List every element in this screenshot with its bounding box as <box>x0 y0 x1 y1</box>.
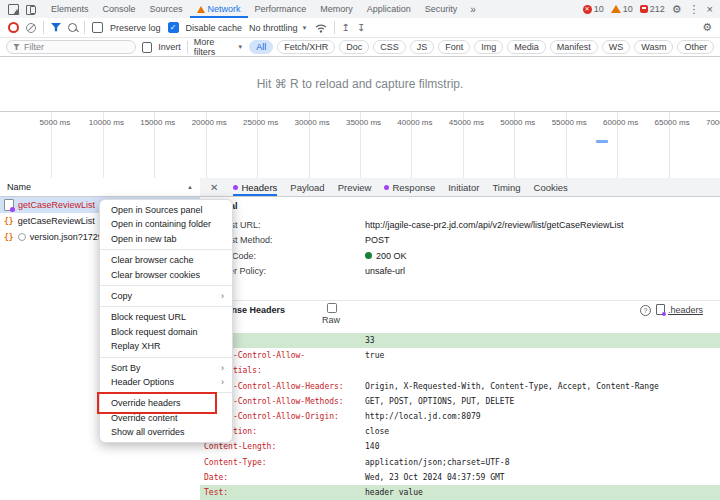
response-header-row[interactable]: Test:header value <box>200 485 720 500</box>
search-icon[interactable] <box>68 23 77 32</box>
response-header-rows: 33Access-Control-Allow-Credentials:trueA… <box>200 333 720 500</box>
general-value-text: http://jagile-case-pr2.jd.com/api/v2/rev… <box>365 220 624 230</box>
record-network-log-button[interactable] <box>8 22 19 33</box>
menu-item-header-options[interactable]: Header Options› <box>100 375 232 389</box>
menu-item-sort-by[interactable]: Sort By› <box>100 361 232 375</box>
general-value: POST <box>365 235 390 245</box>
pill-manifest[interactable]: Manifest <box>550 40 598 54</box>
detail-tab-headers[interactable]: Headers <box>233 178 277 196</box>
warning-icon <box>197 6 205 13</box>
detail-tab-payload[interactable]: Payload <box>290 178 324 196</box>
warning-badge[interactable]: 10 <box>611 4 633 14</box>
overview-tick-label: 70000 ms <box>706 118 720 127</box>
help-icon[interactable]: ? <box>640 305 651 316</box>
pill-all[interactable]: All <box>249 40 273 54</box>
more-filters-dropdown[interactable]: More filters ▼ <box>194 37 243 57</box>
clear-network-log-button[interactable] <box>26 23 36 33</box>
response-header-row[interactable]: Connection:close <box>200 424 720 439</box>
response-header-value: Wed, 23 Oct 2024 04:37:59 GMT <box>365 470 505 485</box>
issues-badge[interactable]: 212 <box>640 4 665 14</box>
settings-gear-icon[interactable]: ⚙ <box>672 3 682 16</box>
inspect-element-icon[interactable] <box>8 4 19 15</box>
close-detail-icon[interactable]: ✕ <box>210 182 218 193</box>
response-header-key: Test: <box>204 485 354 500</box>
response-header-row[interactable]: Access-Control-Allow-Credentials:true <box>200 348 720 378</box>
pill-js[interactable]: JS <box>410 40 435 54</box>
device-toolbar-icon[interactable] <box>26 5 36 14</box>
tab-sources[interactable]: Sources <box>143 0 190 18</box>
pill-css[interactable]: CSS <box>373 40 406 54</box>
menu-item-show-all-overrides[interactable]: Show all overrides <box>100 425 232 439</box>
more-panels-chevron-icon[interactable]: » <box>464 4 482 15</box>
tab-network[interactable]: Network <box>190 0 248 18</box>
detail-tab-preview[interactable]: Preview <box>338 178 372 196</box>
detail-tab-response[interactable]: Response <box>384 178 435 196</box>
overview-tick-label: 25000 ms <box>243 118 278 127</box>
export-har-icon[interactable]: ↧ <box>357 23 365 33</box>
pill-font[interactable]: Font <box>438 40 470 54</box>
disable-cache-checkbox[interactable]: ✓ <box>168 22 179 33</box>
pill-ws[interactable]: WS <box>602 40 631 54</box>
detail-tab-timing[interactable]: Timing <box>492 178 520 196</box>
filter-input[interactable]: Filter <box>6 40 136 54</box>
pill-img[interactable]: Img <box>474 40 503 54</box>
menu-item-copy[interactable]: Copy› <box>100 289 232 303</box>
response-header-row[interactable]: Access-Control-Allow-Methods:GET, POST, … <box>200 394 720 409</box>
tab-label: Elements <box>51 4 89 14</box>
menu-item-block-request-url[interactable]: Block request URL <box>100 310 232 324</box>
tab-application[interactable]: Application <box>360 0 418 18</box>
menu-item-open-in-sources-panel[interactable]: Open in Sources panel <box>100 203 232 217</box>
response-header-row[interactable]: Access-Control-Allow-Origin:http://local… <box>200 409 720 424</box>
pill-fetch-xhr[interactable]: Fetch/XHR <box>277 40 335 54</box>
error-badge[interactable]: ✕ 10 <box>583 4 604 14</box>
menu-item-clear-browser-cache[interactable]: Clear browser cache <box>100 253 232 267</box>
override-dot-icon <box>384 185 389 190</box>
general-row: Request Method:POST <box>200 233 720 249</box>
invert-checkbox[interactable] <box>142 42 152 53</box>
invert-label: Invert <box>158 42 181 52</box>
close-devtools-icon[interactable]: × <box>707 3 713 15</box>
request-name: getCaseReviewList <box>18 200 95 210</box>
pill-doc[interactable]: Doc <box>339 40 369 54</box>
override-file-link[interactable]: .headers <box>668 305 703 315</box>
name-header-label: Name <box>7 182 31 192</box>
overview-request-marker <box>596 140 608 143</box>
network-conditions-icon[interactable] <box>315 23 327 33</box>
status-ok-dot-icon <box>365 252 372 259</box>
pill-media[interactable]: Media <box>507 40 546 54</box>
tab-console[interactable]: Console <box>96 0 143 18</box>
name-column-header[interactable]: Name ▲ <box>0 178 200 197</box>
menu-item-replay-xhr[interactable]: Replay XHR <box>100 339 232 353</box>
pill-wasm[interactable]: Wasm <box>634 40 673 54</box>
pill-other[interactable]: Other <box>677 40 714 54</box>
menu-item-open-in-containing-folder[interactable]: Open in containing folder <box>100 217 232 231</box>
response-header-row[interactable]: Access-Control-Allow-Headers:Origin, X-R… <box>200 379 720 394</box>
menu-item-open-in-new-tab[interactable]: Open in new tab <box>100 232 232 246</box>
preserve-log-checkbox[interactable] <box>92 22 103 33</box>
overview-tick-label: 35000 ms <box>346 118 381 127</box>
tab-security[interactable]: Security <box>418 0 465 18</box>
response-header-row[interactable]: Content-Type:application/json;charset=UT… <box>200 455 720 470</box>
response-header-row[interactable]: Content-Length:140 <box>200 439 720 454</box>
kebab-menu-icon[interactable]: ⋮ <box>689 3 700 16</box>
tab-memory[interactable]: Memory <box>313 0 360 18</box>
filter-toggle-icon[interactable] <box>51 23 61 32</box>
detail-tab-cookies[interactable]: Cookies <box>534 178 568 196</box>
divider <box>334 21 335 34</box>
import-har-icon[interactable]: ↥ <box>342 23 350 33</box>
response-header-row[interactable]: Date:Wed, 23 Oct 2024 04:37:59 GMT <box>200 470 720 485</box>
network-settings-gear-icon[interactable]: ⚙ <box>702 21 712 34</box>
tab-performance[interactable]: Performance <box>248 0 314 18</box>
response-header-row[interactable]: 33 <box>200 333 720 348</box>
response-header-value: application/json;charset=UTF-8 <box>365 455 510 470</box>
detail-tabbar: ✕ HeadersPayloadPreviewResponseInitiator… <box>200 178 720 197</box>
detail-tab-initiator[interactable]: Initiator <box>448 178 479 196</box>
tab-elements[interactable]: Elements <box>44 0 96 18</box>
menu-item-clear-browser-cookies[interactable]: Clear browser cookies <box>100 268 232 282</box>
network-overview-timeline[interactable]: 5000 ms10000 ms15000 ms20000 ms25000 ms3… <box>0 111 720 179</box>
throttling-select[interactable]: No throttling ▼ <box>249 23 307 33</box>
response-header-key: Date: <box>204 470 354 485</box>
raw-headers-checkbox[interactable] <box>327 303 337 313</box>
menu-item-block-request-domain[interactable]: Block request domain <box>100 325 232 339</box>
detail-tab-label: Payload <box>290 182 324 193</box>
